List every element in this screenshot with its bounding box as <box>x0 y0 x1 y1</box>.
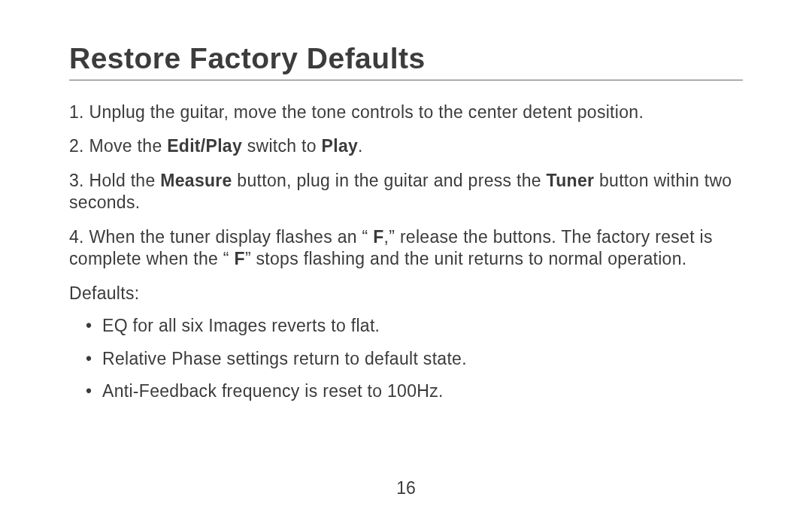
list-item: Anti-Feedback frequency is reset to 100H… <box>102 380 743 402</box>
list-item: Relative Phase settings return to defaul… <box>102 348 743 370</box>
bullet-1-text: EQ for all six Images reverts to flat. <box>102 316 380 335</box>
page-title: Restore Factory Defaults <box>69 42 743 75</box>
step-2-bold-editplay: Edit/Play <box>167 136 242 156</box>
step-3-mid: button, plug in the guitar and press the <box>232 171 547 190</box>
step-3-pre: 3. Hold the <box>69 171 160 190</box>
step-2-mid: switch to <box>242 136 322 156</box>
step-4-pre: 4. When the tuner display flashes an “ <box>69 227 373 247</box>
step-3-bold-tuner: Tuner <box>547 171 595 190</box>
step-2-pre: 2. Move the <box>69 136 167 156</box>
body-text: 1. Unplug the guitar, move the tone cont… <box>69 101 743 402</box>
step-2-post: . <box>358 136 363 156</box>
step-3: 3. Hold the Measure button, plug in the … <box>69 170 743 214</box>
page-number: 16 <box>0 478 812 498</box>
step-4: 4. When the tuner display flashes an “ F… <box>69 226 743 271</box>
manual-page: Restore Factory Defaults 1. Unplug the g… <box>0 0 812 524</box>
step-1-text: 1. Unplug the guitar, move the tone cont… <box>69 102 644 122</box>
defaults-list: EQ for all six Images reverts to flat. R… <box>69 315 743 402</box>
step-1: 1. Unplug the guitar, move the tone cont… <box>69 101 743 123</box>
step-4-bold-f2: F <box>235 249 245 268</box>
defaults-label: Defaults: <box>69 283 743 304</box>
list-item: EQ for all six Images reverts to flat. <box>102 315 743 337</box>
step-3-bold-measure: Measure <box>160 171 232 190</box>
step-2: 2. Move the Edit/Play switch to Play. <box>69 135 743 157</box>
step-2-bold-play: Play <box>322 136 359 156</box>
bullet-3-text: Anti-Feedback frequency is reset to 100H… <box>102 381 444 401</box>
step-4-post: ” stops flashing and the unit returns to… <box>245 249 687 268</box>
title-rule <box>69 80 743 80</box>
bullet-2-text: Relative Phase settings return to defaul… <box>102 349 467 368</box>
step-4-bold-f1: F <box>373 227 383 247</box>
